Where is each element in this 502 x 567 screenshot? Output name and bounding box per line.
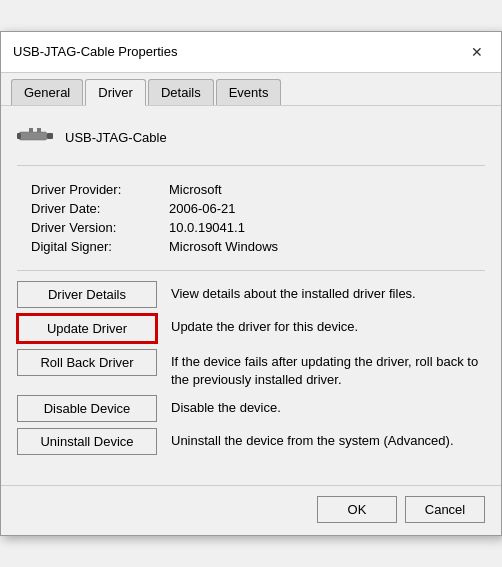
driver-details-button[interactable]: Driver Details: [17, 281, 157, 308]
driver-info: Driver Provider: Microsoft Driver Date: …: [17, 182, 485, 254]
tab-bar: General Driver Details Events: [1, 73, 501, 106]
disable-device-button[interactable]: Disable Device: [17, 395, 157, 422]
dialog-footer: OK Cancel: [1, 485, 501, 535]
date-label: Driver Date:: [31, 201, 161, 216]
roll-back-desc: If the device fails after updating the d…: [157, 349, 485, 389]
svg-rect-0: [19, 132, 47, 140]
uninstall-device-button[interactable]: Uninstall Device: [17, 428, 157, 455]
close-button[interactable]: ✕: [465, 40, 489, 64]
tab-details[interactable]: Details: [148, 79, 214, 105]
driver-details-desc: View details about the installed driver …: [157, 281, 485, 303]
uninstall-device-desc: Uninstall the device from the system (Ad…: [157, 428, 485, 450]
driver-details-row: Driver Details View details about the in…: [17, 281, 485, 308]
svg-rect-1: [17, 133, 21, 139]
properties-dialog: USB-JTAG-Cable Properties ✕ General Driv…: [0, 31, 502, 536]
date-value: 2006-06-21: [169, 201, 485, 216]
roll-back-button[interactable]: Roll Back Driver: [17, 349, 157, 376]
title-bar: USB-JTAG-Cable Properties ✕: [1, 32, 501, 73]
disable-device-row: Disable Device Disable the device.: [17, 395, 485, 422]
provider-value: Microsoft: [169, 182, 485, 197]
disable-device-desc: Disable the device.: [157, 395, 485, 417]
ok-button[interactable]: OK: [317, 496, 397, 523]
roll-back-row: Roll Back Driver If the device fails aft…: [17, 349, 485, 389]
tab-general[interactable]: General: [11, 79, 83, 105]
signer-value: Microsoft Windows: [169, 239, 485, 254]
svg-rect-3: [29, 128, 33, 132]
version-label: Driver Version:: [31, 220, 161, 235]
tab-content: USB-JTAG-Cable Driver Provider: Microsof…: [1, 106, 501, 477]
uninstall-device-row: Uninstall Device Uninstall the device fr…: [17, 428, 485, 455]
signer-label: Digital Signer:: [31, 239, 161, 254]
device-icon: [17, 122, 53, 153]
update-driver-desc: Update the driver for this device.: [157, 314, 485, 336]
version-value: 10.0.19041.1: [169, 220, 485, 235]
svg-rect-2: [47, 133, 53, 139]
actions-section: Driver Details View details about the in…: [17, 281, 485, 461]
provider-label: Driver Provider:: [31, 182, 161, 197]
svg-rect-4: [37, 128, 41, 132]
dialog-title: USB-JTAG-Cable Properties: [13, 44, 177, 59]
tab-events[interactable]: Events: [216, 79, 282, 105]
update-driver-button[interactable]: Update Driver: [17, 314, 157, 343]
tab-driver[interactable]: Driver: [85, 79, 146, 106]
device-name: USB-JTAG-Cable: [65, 130, 167, 145]
divider: [17, 270, 485, 271]
cancel-button[interactable]: Cancel: [405, 496, 485, 523]
device-header: USB-JTAG-Cable: [17, 122, 485, 166]
update-driver-row: Update Driver Update the driver for this…: [17, 314, 485, 343]
